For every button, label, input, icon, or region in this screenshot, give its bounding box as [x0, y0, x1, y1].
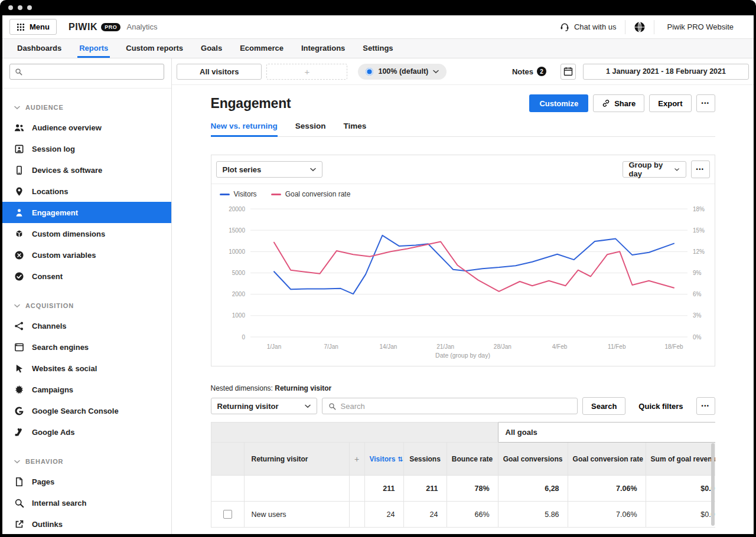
sidebar-item-outlinks[interactable]: Outlinks [2, 513, 171, 534]
tab-times[interactable]: Times [344, 122, 367, 136]
column-header-visitors[interactable]: Visitors⇅ [364, 443, 403, 476]
window-control-dot[interactable] [8, 5, 13, 10]
column-header-returning-visitor[interactable]: Returning visitor [244, 443, 349, 476]
sample-label: 100% (default) [378, 67, 428, 76]
quick-filters-button[interactable]: Quick filters [630, 397, 691, 415]
piwik-logo[interactable]: PIWIK PRO Analytics [69, 22, 158, 32]
window-control-dot[interactable] [27, 5, 32, 10]
table-search-input[interactable] [341, 402, 571, 411]
sidebar-item-consent[interactable]: Consent [2, 266, 171, 287]
chevron-down-icon [14, 304, 20, 308]
globe-icon[interactable] [634, 21, 646, 33]
row-value-cell: 66% [447, 502, 498, 528]
main-menu-button[interactable]: Menu [9, 19, 57, 35]
sidebar-item-pages[interactable]: Pages [2, 471, 171, 492]
sidebar-item-label: Consent [32, 272, 63, 281]
sidebar-search-box[interactable] [9, 64, 164, 80]
column-header-goal-conversions[interactable]: Goal conversions [498, 443, 568, 476]
sort-icon: ⇅ [397, 456, 403, 463]
sidebar-section-title: ACQUISITION [25, 302, 74, 309]
tab-session[interactable]: Session [295, 122, 326, 136]
nav-tab-dashboards[interactable]: Dashboards [8, 39, 70, 58]
svg-text:1/Jan: 1/Jan [266, 343, 281, 350]
calendar-button[interactable] [561, 64, 576, 80]
chart-legend: VisitorsGoal conversion rate [211, 184, 715, 199]
sidebar-item-engagement[interactable]: Engagement [2, 202, 171, 223]
table-search-box[interactable] [322, 398, 578, 414]
notes-button[interactable]: Notes 2 [512, 67, 546, 76]
sidebar-item-locations[interactable]: Locations [2, 181, 171, 202]
export-button[interactable]: Export [649, 94, 691, 112]
all-visitors-segment-button[interactable]: All visitors [177, 64, 262, 80]
page-title: Engagement [211, 96, 291, 112]
sidebar-item-google-ads[interactable]: Google Ads [2, 421, 171, 443]
row-checkbox[interactable] [223, 510, 232, 519]
app-window: Menu PIWIK PRO Analytics Chat with us Pi… [2, 15, 754, 534]
more-actions-button[interactable]: ••• [696, 94, 715, 112]
piwik-pro-website-link[interactable]: Piwik PRO Website [663, 22, 747, 31]
sidebar-item-custom-variables[interactable]: Custom variables [2, 244, 171, 266]
column-header-checkbox[interactable] [211, 443, 244, 476]
sidebar-item-google-search-console[interactable]: Google Search Console [2, 400, 171, 421]
group-by-select[interactable]: Group by day [623, 161, 686, 178]
all-goals-header[interactable]: All goals [498, 423, 715, 443]
nav-tab-custom-reports[interactable]: Custom reports [117, 39, 192, 58]
sidebar-item-search-engines[interactable]: Search engines [2, 336, 171, 358]
sidebar-item-session-log[interactable]: Session log [2, 138, 171, 159]
legend-goal-conversion-rate[interactable]: Goal conversion rate [271, 190, 351, 198]
nav-tab-settings[interactable]: Settings [354, 39, 402, 58]
share-button[interactable]: Share [593, 94, 644, 112]
sample-size-selector[interactable]: 100% (default) [358, 64, 447, 80]
nav-tab-ecommerce[interactable]: Ecommerce [231, 39, 292, 58]
sidebar-section-acquisition: ACQUISITIONChannelsSearch enginesWebsite… [2, 296, 171, 443]
more-icon: ••• [696, 167, 705, 172]
date-range-picker[interactable]: 1 January 2021 - 18 February 2021 [583, 64, 749, 80]
sidebar-item-websites-social[interactable]: Websites & social [2, 358, 171, 379]
sidebar-section-header-behavior[interactable]: BEHAVIOR [2, 452, 171, 471]
chevron-down-icon [14, 106, 20, 110]
column-header-bounce-rate[interactable]: Bounce rate [447, 443, 498, 476]
session-log-icon [14, 144, 24, 154]
sidebar-item-campaigns[interactable]: Campaigns [2, 379, 171, 400]
chart-more-button[interactable]: ••• [691, 161, 710, 178]
sidebar-item-channels[interactable]: Channels [2, 315, 171, 336]
table-group-row: All goals [211, 423, 715, 443]
svg-text:15%: 15% [693, 227, 705, 234]
tab-new-vs-returning[interactable]: New vs. returning [211, 122, 278, 136]
chat-with-us-button[interactable]: Chat with us [559, 22, 617, 32]
sidebar-item-custom-dimensions[interactable]: Custom dimensions [2, 223, 171, 244]
dimension-select[interactable]: Returning visitor [211, 398, 317, 414]
row-value-cell: 211 [364, 476, 403, 502]
plot-series-select[interactable]: Plot series [216, 161, 322, 178]
window-control-dot[interactable] [18, 5, 22, 10]
legend-visitors[interactable]: Visitors [220, 190, 257, 198]
divider [654, 20, 654, 34]
search-button[interactable]: Search [582, 397, 625, 415]
report-table: All goalsReturning visitor+Visitors⇅Sess… [211, 422, 715, 528]
table-more-button[interactable]: ••• [696, 397, 715, 415]
sidebar-section-behavior: BEHAVIORPagesInternal searchOutlinks [2, 452, 171, 534]
nav-tab-reports[interactable]: Reports [70, 39, 117, 58]
nav-tab-goals[interactable]: Goals [192, 39, 231, 58]
add-segment-button[interactable]: + [266, 64, 347, 80]
sidebar-item-label: Campaigns [32, 385, 73, 394]
sidebar-item-internal-search[interactable]: Internal search [2, 492, 171, 513]
sidebar-search-input[interactable] [27, 67, 159, 76]
legend-swatch [271, 194, 281, 195]
sidebar-section-header-acquisition[interactable]: ACQUISITION [2, 296, 171, 315]
audience-overview-icon [14, 123, 24, 133]
column-header-goal-conversion-rate[interactable]: Goal conversion rate [568, 443, 646, 476]
column-header-blank[interactable]: + [349, 443, 364, 476]
table-scrollbar[interactable] [711, 443, 715, 526]
sidebar-section-header-audience[interactable]: AUDIENCE [2, 98, 171, 117]
more-icon: ••• [702, 404, 710, 409]
column-header-sum-of-goal-revenue[interactable]: Sum of goal revenue [646, 443, 715, 476]
custom-dimensions-icon [14, 229, 24, 239]
nav-tab-integrations[interactable]: Integrations [292, 39, 354, 58]
sidebar-item-devices-software[interactable]: Devices & software [2, 159, 171, 181]
column-header-sessions[interactable]: Sessions [403, 443, 447, 476]
customize-button[interactable]: Customize [529, 94, 588, 112]
sidebar-item-audience-overview[interactable]: Audience overview [2, 117, 171, 138]
sidebar-section-title: BEHAVIOR [25, 458, 63, 465]
logo-product-name: Analytics [126, 22, 157, 31]
